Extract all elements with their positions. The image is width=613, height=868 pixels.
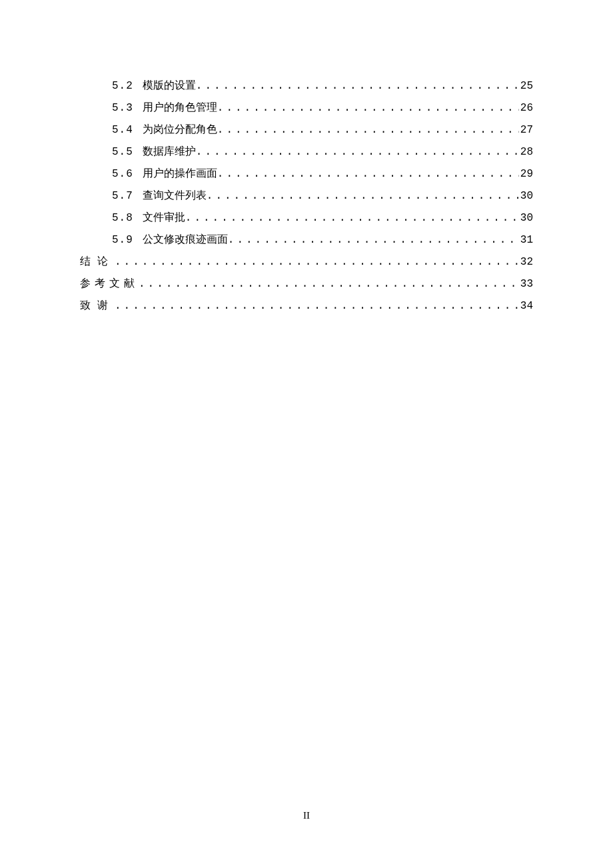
toc-entry-number: 5.8 — [112, 208, 133, 229]
toc-entry: 5.5 数据库维护 28 — [80, 141, 533, 163]
toc-leader — [217, 120, 519, 141]
toc-entry-label: 用户的操作画面 — [143, 163, 217, 183]
toc-entry-page: 34 — [519, 296, 533, 317]
toc-leader — [115, 296, 519, 317]
page-number: II — [0, 810, 613, 821]
toc-entry-page: 30 — [519, 186, 533, 207]
toc-entry-label: 查询文件列表 — [143, 185, 207, 205]
toc-entry-number: 5.4 — [112, 120, 133, 141]
toc-entry: 参考文献 33 — [80, 273, 533, 295]
toc-entry: 结论 32 — [80, 251, 533, 273]
toc-entry: 5.2 模版的设置 25 — [80, 75, 533, 97]
toc-leader — [217, 164, 519, 185]
toc-entry-number: 5.2 — [112, 76, 133, 97]
toc-leader — [196, 142, 519, 163]
toc-leader — [207, 186, 519, 207]
toc-entry-number: 5.3 — [112, 98, 133, 119]
toc-entry-label: 文件审批 — [143, 207, 185, 227]
toc-entry: 5.8 文件审批 30 — [80, 207, 533, 229]
toc-entry-label: 数据库维护 — [143, 141, 196, 161]
toc-leader — [217, 98, 519, 119]
toc-entry-number: 5.7 — [112, 186, 133, 207]
toc-entry-label: 用户的角色管理 — [143, 97, 217, 117]
toc-entry-label: 为岗位分配角色 — [143, 119, 217, 139]
toc-entry-label: 结论 — [80, 251, 115, 271]
toc-entry-page: 33 — [519, 274, 533, 295]
toc-entry-page: 30 — [519, 208, 533, 229]
toc-entry: 5.7 查询文件列表 30 — [80, 185, 533, 207]
toc-entry: 5.9 公文修改痕迹画面 31 — [80, 229, 533, 251]
toc-entry-page: 26 — [519, 98, 533, 119]
toc-entry-number: 5.5 — [112, 142, 133, 163]
toc-entry: 5.4 为岗位分配角色 27 — [80, 119, 533, 141]
toc-entry-number: 5.6 — [112, 164, 133, 185]
toc-leader — [196, 76, 519, 97]
toc-entry-label: 致谢 — [80, 295, 115, 315]
toc-entry: 5.6 用户的操作画面 29 — [80, 163, 533, 185]
toc-entry-label: 公文修改痕迹画面 — [143, 229, 228, 249]
toc-entry-page: 25 — [519, 76, 533, 97]
toc-entry-label: 参考文献 — [80, 273, 139, 293]
toc-leader — [228, 230, 519, 251]
toc-leader — [115, 252, 519, 273]
toc-entry-page: 32 — [519, 252, 533, 273]
toc-entry-label: 模版的设置 — [143, 75, 196, 95]
toc-entry: 致谢 34 — [80, 295, 533, 317]
toc-container: 5.2 模版的设置 25 5.3 用户的角色管理 26 5.4 为岗位分配角色 … — [80, 75, 533, 317]
toc-entry-page: 27 — [519, 120, 533, 141]
toc-entry-page: 28 — [519, 142, 533, 163]
toc-entry: 5.3 用户的角色管理 26 — [80, 97, 533, 119]
toc-leader — [185, 208, 519, 229]
toc-entry-page: 31 — [519, 230, 533, 251]
toc-entry-number: 5.9 — [112, 230, 133, 251]
toc-leader — [139, 274, 519, 295]
toc-entry-page: 29 — [519, 164, 533, 185]
